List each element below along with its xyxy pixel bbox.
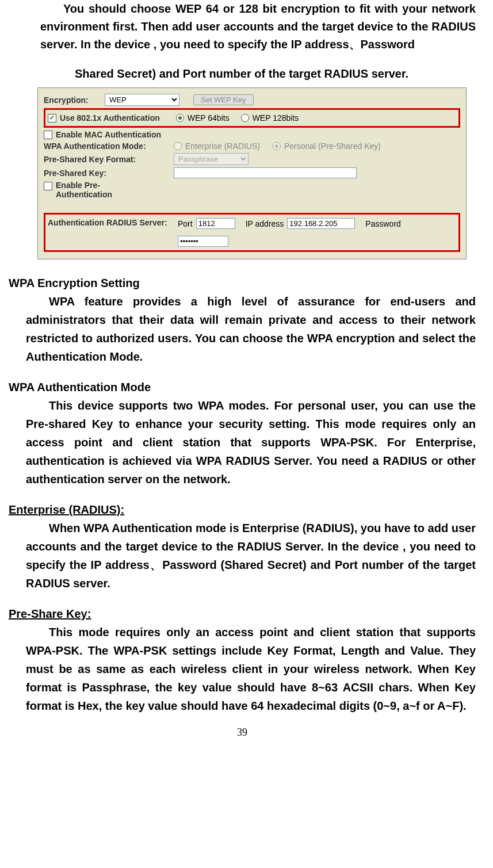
intro-paragraph-2: Shared Secret) and Port number of the ta… (40, 65, 476, 83)
personal-label: Personal (Pre-Shared Key) (284, 142, 381, 151)
use-8021x-checkbox[interactable] (48, 114, 56, 123)
wpa-encryption-heading: WPA Encryption Setting (9, 277, 476, 290)
encryption-select[interactable]: WEP (105, 94, 179, 106)
enable-preauth-checkbox[interactable] (44, 182, 52, 190)
intro-paragraph-1: You should choose WEP 64 or 128 bit encr… (40, 0, 476, 53)
enterprise-label: Enterprise (RADIUS) (185, 142, 260, 151)
auth-radius-server-label: Authentication RADIUS Server: (48, 218, 174, 227)
wep64-radio[interactable] (176, 114, 184, 122)
ip-label: IP address (246, 219, 284, 228)
enterprise-radio (174, 142, 182, 150)
psk-label: Pre-Shared Key: (44, 169, 170, 178)
wep128-label: WEP 128bits (253, 113, 299, 123)
psk-format-select: Passphrase (174, 153, 249, 165)
wep64-label: WEP 64bits (188, 113, 230, 123)
encryption-label: Encryption: (44, 95, 101, 105)
wpa-auth-mode-label: WPA Authentication Mode: (44, 142, 170, 151)
config-screenshot: Encryption: WEP Set WEP Key Use 802.1x A… (37, 87, 467, 259)
port-input[interactable] (196, 218, 235, 229)
page-number: 39 (9, 726, 476, 739)
wpa-encryption-text: WPA feature provides a high level of ass… (26, 292, 476, 366)
ip-input[interactable] (287, 218, 355, 229)
enable-preauth-label: Enable Pre-Authentication (56, 181, 125, 199)
enterprise-text: When WPA Authentication mode is Enterpri… (26, 519, 476, 592)
enable-mac-checkbox[interactable] (44, 131, 52, 139)
set-wep-key-button[interactable]: Set WEP Key (193, 94, 254, 105)
preshare-heading: Pre-Share Key: (9, 607, 476, 621)
use-8021x-label: Use 802.1x Authentication (60, 113, 160, 123)
wpa-auth-mode-text: This device supports two WPA modes. For … (26, 396, 476, 488)
port-label: Port (178, 219, 193, 228)
enable-mac-label: Enable MAC Authentication (56, 130, 161, 139)
psk-format-label: Pre-Shared Key Format: (44, 155, 170, 164)
password-label: Password (365, 219, 400, 228)
wpa-auth-mode-heading: WPA Authentication Mode (9, 381, 476, 394)
psk-input[interactable] (174, 167, 357, 178)
wep128-radio[interactable] (241, 114, 249, 122)
preshare-text: This mode requires only an access point … (26, 623, 476, 715)
personal-radio (273, 142, 281, 150)
enterprise-heading: Enterprise (RADIUS): (9, 503, 476, 517)
password-input[interactable] (178, 236, 228, 247)
